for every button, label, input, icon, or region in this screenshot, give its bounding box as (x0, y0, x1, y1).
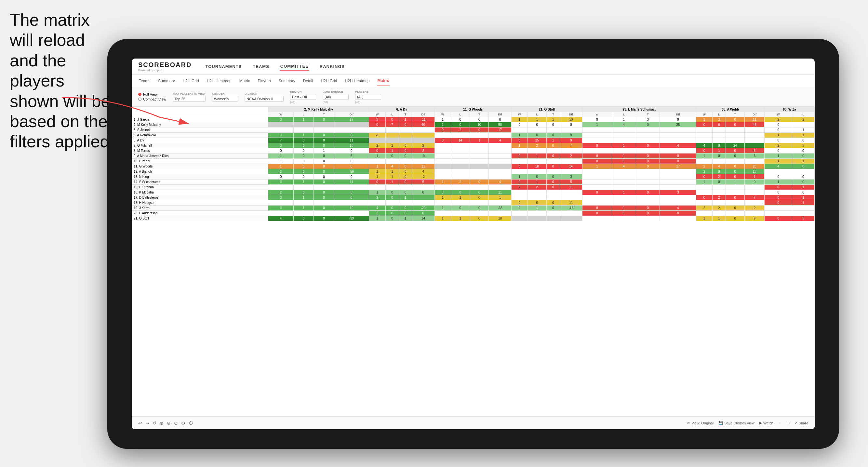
matrix-cell: 1 (434, 216, 451, 221)
filter-division-select[interactable]: NCAA Division II (245, 96, 284, 102)
settings-icon[interactable]: ⚙ (181, 421, 185, 426)
matrix-cell (511, 211, 527, 216)
share-btn[interactable]: ↗ Share (795, 421, 808, 425)
matrix-cell (612, 169, 636, 174)
matrix-cell: -1 (369, 133, 385, 138)
table-row: 13. N Klug0000110-21003020100 (132, 174, 815, 180)
watch-btn[interactable]: ▶ Watch (760, 421, 773, 425)
matrix-cell (792, 169, 815, 174)
matrix-cell: 1 (434, 206, 451, 211)
compact-view-radio[interactable] (138, 98, 142, 101)
matrix-cell (451, 185, 470, 190)
sub-nav-summary2[interactable]: Summary (278, 76, 296, 86)
matrix-cell: 0 (386, 117, 399, 122)
matrix-cell (636, 138, 660, 143)
matrix-cell: 0 (470, 195, 489, 200)
matrix-cell: 0 (547, 180, 560, 185)
matrix-cell: -39 (334, 216, 369, 221)
bottom-toolbar: ↩ ↪ ↺ ⊕ ⊖ ⊙ ⚙ ⏱ 👁 View: Original 💾 Save … (132, 416, 815, 429)
matrix-cell (696, 133, 713, 138)
sub-nav-summary1[interactable]: Summary (157, 76, 175, 86)
sub-nav-teams[interactable]: Teams (138, 76, 151, 86)
matrix-cell (334, 122, 369, 127)
full-view-option[interactable]: Full View (138, 92, 166, 96)
sub-nav-players[interactable]: Players (257, 76, 271, 86)
matrix-cell: 3 (268, 195, 293, 200)
matrix-cell (399, 138, 412, 143)
matrix-cell (582, 127, 612, 133)
matrix-cell: 1 (612, 190, 636, 195)
matrix-cell: 0 (582, 206, 612, 211)
matrix-cell (489, 133, 511, 138)
col-header-player1: 2. M Kelly Mulcahy (268, 107, 369, 112)
zoom-out-icon[interactable]: ⊖ (167, 421, 171, 426)
timer-icon[interactable]: ⏱ (189, 421, 193, 426)
refresh-icon[interactable]: ⊙ (174, 421, 178, 426)
matrix-cell: -18 (560, 206, 582, 211)
filter-conference-select[interactable]: (All) (322, 94, 349, 100)
nav-tournaments[interactable]: TOURNAMENTS (205, 63, 242, 70)
sub-nav-matrix2[interactable]: Matrix (377, 76, 390, 86)
undo-icon[interactable]: ↩ (138, 421, 142, 426)
matrix-cell: -20 (412, 206, 434, 211)
matrix-cell: 1 (369, 154, 385, 159)
sub-nav-h2h-heatmap1[interactable]: H2H Heatmap (206, 76, 232, 86)
matrix-cell (713, 211, 726, 216)
full-view-radio[interactable] (138, 93, 142, 96)
matrix-cell (527, 216, 546, 221)
filter-gender-label: Gender (212, 92, 238, 95)
main-content: 2. M Kelly Mulcahy 6. A Dy 11. G Woods 2… (132, 107, 815, 416)
matrix-cell: 11 (334, 138, 369, 143)
matrix-cell (434, 211, 451, 216)
sub-nav: Teams Summary H2H Grid H2H Heatmap Matri… (132, 75, 815, 87)
matrix-cell (511, 148, 527, 154)
sub-nav-h2h-grid2[interactable]: H2H Grid (320, 76, 338, 86)
sub-nav-matrix1[interactable]: Matrix (239, 76, 251, 86)
table-row: 3. S Jelinek0201701 (132, 127, 815, 133)
filter-region-select[interactable]: East - DII (290, 94, 316, 100)
nav-teams[interactable]: TEAMS (252, 63, 270, 70)
player-name-cell: 13. N Klug (132, 174, 268, 180)
matrix-cell (547, 216, 560, 221)
matrix-cell: 0 (399, 190, 412, 195)
redo1-icon[interactable]: ↪ (145, 421, 149, 426)
filter-gender-select[interactable]: Women's (212, 96, 238, 102)
nav-rankings[interactable]: RANKINGS (319, 63, 345, 70)
player-name-cell: 16. K Mcgaha (132, 190, 268, 195)
redo2-icon[interactable]: ↺ (153, 421, 156, 426)
filter-max-players-select[interactable]: Top 25 (173, 96, 206, 102)
matrix-cell: 0 (582, 117, 612, 122)
nav-committee[interactable]: COMMITTEE (280, 62, 309, 70)
player-name-cell: 20. E Andersson (132, 211, 268, 216)
matrix-cell: 1 (434, 122, 451, 127)
matrix-cell: 1 (792, 200, 815, 206)
matrix-cell: 0 (560, 122, 582, 127)
matrix-cell (612, 148, 636, 154)
filter-players-select[interactable]: (All) (355, 94, 381, 100)
matrix-cell: 8 (745, 148, 765, 154)
sub-nav-detail[interactable]: Detail (303, 76, 314, 86)
matrix-cell: 1 (386, 174, 399, 180)
options-btn[interactable]: ⋮ (778, 421, 782, 425)
matrix-cell: 11 (560, 185, 582, 190)
view-original-btn[interactable]: 👁 View: Original (686, 421, 714, 425)
matrix-cell (582, 195, 612, 200)
matrix-cell: 0 (547, 164, 560, 169)
compact-view-option[interactable]: Compact View (138, 97, 166, 101)
grid-btn[interactable]: ⊞ (787, 421, 789, 425)
matrix-cell (293, 127, 314, 133)
sub-nav-h2h-heatmap2[interactable]: H2H Heatmap (344, 76, 370, 86)
col-wlt-l1: L (293, 112, 314, 117)
matrix-cell: 14 (334, 180, 369, 185)
zoom-in-icon[interactable]: ⊕ (160, 421, 163, 426)
matrix-cell (612, 174, 636, 180)
matrix-cell: 1 (293, 117, 314, 122)
matrix-cell: 11 (560, 200, 582, 206)
matrix-cell (451, 133, 470, 138)
matrix-cell (412, 133, 434, 138)
sub-nav-h2h-grid1[interactable]: H2H Grid (182, 76, 200, 86)
save-custom-btn[interactable]: 💾 Save Custom View (718, 421, 754, 425)
matrix-cell: 0 (511, 122, 527, 127)
matrix-cell: 4 (412, 169, 434, 174)
matrix-cell (582, 185, 612, 190)
